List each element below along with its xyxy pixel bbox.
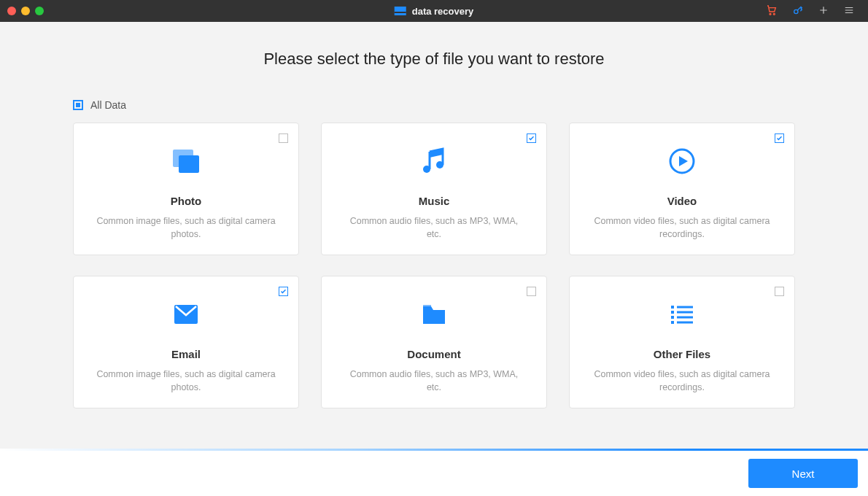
footer: Next bbox=[0, 451, 868, 496]
svg-rect-11 bbox=[677, 306, 693, 309]
svg-point-2 bbox=[794, 9, 798, 13]
card-title: Document bbox=[407, 348, 460, 360]
footer-wrap: Next bbox=[0, 449, 868, 496]
card-desc: Common image files, such as digital came… bbox=[94, 368, 278, 394]
app-title-text: data recovery bbox=[412, 6, 474, 17]
svg-point-5 bbox=[423, 166, 430, 173]
checkbox-indeterminate-icon bbox=[76, 103, 80, 107]
svg-rect-4 bbox=[179, 155, 199, 173]
card-desc: Common audio files, such as MP3, WMA, et… bbox=[342, 214, 526, 241]
card-music[interactable]: Music Common audio files, such as MP3, W… bbox=[321, 123, 547, 255]
video-icon bbox=[668, 144, 696, 179]
card-email[interactable]: Email Common image files, such as digita… bbox=[73, 276, 299, 408]
svg-rect-17 bbox=[677, 322, 693, 324]
svg-point-0 bbox=[770, 13, 771, 15]
card-title: Email bbox=[171, 348, 201, 360]
document-icon bbox=[422, 297, 446, 332]
card-other-files[interactable]: Other Files Common video files, such as … bbox=[569, 276, 795, 408]
photo-icon bbox=[171, 144, 201, 179]
all-data-row[interactable]: All Data bbox=[73, 99, 795, 111]
svg-rect-16 bbox=[671, 321, 674, 324]
card-checkbox[interactable] bbox=[527, 287, 536, 296]
next-button[interactable]: Next bbox=[748, 459, 858, 488]
page-heading: Please select the type of file you want … bbox=[263, 50, 604, 69]
svg-rect-12 bbox=[671, 311, 674, 314]
cart-icon[interactable] bbox=[766, 4, 778, 18]
card-video[interactable]: Video Common video files, such as digita… bbox=[569, 123, 795, 255]
card-checkbox[interactable] bbox=[775, 133, 784, 143]
main-content: Please select the type of file you want … bbox=[0, 22, 868, 449]
card-document[interactable]: Document Common audio files, such as MP3… bbox=[321, 276, 547, 408]
app-title: data recovery bbox=[395, 6, 474, 17]
card-desc: Common image files, such as digital came… bbox=[94, 214, 278, 241]
all-data-label: All Data bbox=[90, 99, 126, 111]
titlebar: data recovery bbox=[0, 0, 868, 22]
card-desc: Common video files, such as digital came… bbox=[590, 368, 774, 394]
card-checkbox[interactable] bbox=[527, 133, 536, 143]
window-controls bbox=[7, 7, 44, 15]
key-icon[interactable] bbox=[792, 4, 804, 18]
svg-rect-10 bbox=[671, 306, 674, 309]
titlebar-actions bbox=[766, 4, 861, 18]
close-window-button[interactable] bbox=[7, 7, 16, 15]
card-checkbox[interactable] bbox=[279, 287, 288, 296]
svg-rect-14 bbox=[671, 316, 674, 319]
all-data-checkbox[interactable] bbox=[73, 100, 83, 110]
minimize-window-button[interactable] bbox=[21, 7, 30, 15]
svg-rect-9 bbox=[423, 305, 431, 309]
menu-icon[interactable] bbox=[843, 5, 855, 18]
card-desc: Common video files, such as digital came… bbox=[590, 214, 774, 241]
card-title: Video bbox=[667, 195, 697, 207]
card-title: Music bbox=[419, 195, 450, 207]
plus-icon[interactable] bbox=[818, 5, 829, 18]
card-checkbox[interactable] bbox=[775, 287, 784, 296]
app-logo-icon bbox=[395, 7, 406, 15]
card-desc: Common audio files, such as MP3, WMA, et… bbox=[342, 368, 526, 394]
card-photo[interactable]: Photo Common image files, such as digita… bbox=[73, 123, 299, 255]
card-title: Photo bbox=[171, 195, 202, 207]
svg-rect-13 bbox=[677, 311, 693, 314]
list-icon bbox=[670, 297, 694, 332]
svg-point-1 bbox=[773, 13, 775, 15]
svg-rect-15 bbox=[677, 317, 693, 319]
card-checkbox[interactable] bbox=[279, 133, 288, 143]
music-icon bbox=[421, 144, 447, 179]
maximize-window-button[interactable] bbox=[35, 7, 44, 15]
svg-point-6 bbox=[436, 161, 443, 168]
card-title: Other Files bbox=[654, 348, 710, 360]
file-type-grid: Photo Common image files, such as digita… bbox=[73, 123, 795, 408]
email-icon bbox=[174, 297, 198, 332]
